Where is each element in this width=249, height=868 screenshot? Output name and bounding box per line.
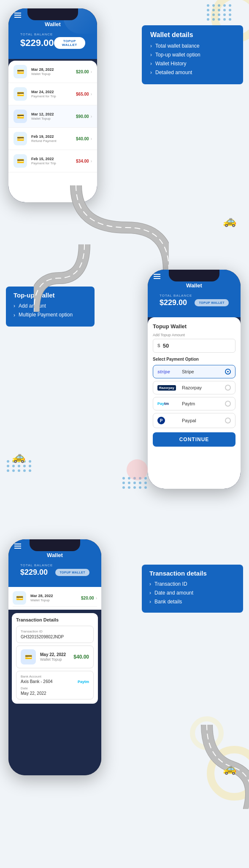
feature-box-title: Wallet details <box>150 31 235 39</box>
feature-item: › Top-up wallet option <box>150 52 235 58</box>
tx-amount: $40.00 <box>76 137 89 141</box>
date-field-label: Date <box>21 686 89 690</box>
chevron-right-icon: › <box>91 159 92 163</box>
chevron-right-icon: › <box>91 137 92 141</box>
feature-item: › Total wallet balance <box>150 43 235 49</box>
car-icon-2: 🚕 <box>12 450 25 463</box>
topup-add-label: Add Topup Amount <box>153 333 235 337</box>
feature-label-txid: Transaction ID <box>154 581 187 587</box>
wallet-title: Wallet <box>45 21 61 27</box>
feature-chevron-icon: › <box>149 599 151 605</box>
payment-option-paypal[interactable]: P Paypal <box>153 413 235 428</box>
tx-desc: Wallet Topup <box>31 117 76 121</box>
tx-date-3: Mar 28, 2022 <box>30 594 81 598</box>
topup-input-field[interactable]: S 50 <box>153 339 235 353</box>
balance-amount-3: $229.00 <box>20 568 48 577</box>
wallet-icon: 💳 <box>14 132 27 145</box>
tx-amount-3: $20.00 <box>81 596 94 600</box>
feature-label-bank: Bank details <box>154 599 182 605</box>
hamburger-icon-2[interactable] <box>154 274 160 279</box>
feature-label: Top-up wallet option <box>155 52 200 58</box>
wallet-icon-3: 💳 <box>13 591 26 605</box>
paypal-logo: P <box>157 417 179 424</box>
paytm-logo: Paytm <box>157 402 179 406</box>
feature-chevron-icon: › <box>149 590 151 596</box>
stripe-logo: stripe <box>157 369 179 374</box>
payment-option-paytm[interactable]: Paytm Paytm <box>153 397 235 410</box>
hamburger-icon-3[interactable] <box>14 544 21 549</box>
balance-label-3: TOTAL BALANCE <box>20 563 89 567</box>
topup-wallet-button-2[interactable]: TOPUP WALLET <box>195 299 229 306</box>
topup-amount-value: 50 <box>163 343 169 349</box>
tx-amount: $34.00 <box>76 159 89 163</box>
wallet-details-feature-box: Wallet details › Total wallet balance › … <box>142 25 243 84</box>
bank-details-section: Bank Account Axis Bank - 2604 Paytm Date… <box>16 671 94 699</box>
road-decoration-3 <box>165 725 249 809</box>
tx-desc: Refund Payment <box>31 139 76 143</box>
feature-item-bank: › Bank details <box>149 599 235 605</box>
paypal-label: Paypal <box>182 418 225 423</box>
wallet-item-top[interactable]: 💳 Mar 28, 2022 Wallet Topup $20.00 › <box>13 589 97 607</box>
transaction-details-card: Transaction Details Transaction ID GH320… <box>12 613 98 704</box>
transaction-feature-box: Transaction details › Transaction ID › D… <box>142 565 243 613</box>
tx-desc-3: Wallet Topup <box>30 598 81 602</box>
wallet-item[interactable]: 💳 Mar 12, 2022 Wallet Topup $90.00 › <box>8 105 97 128</box>
payment-select-label: Select Payment Option <box>153 357 235 362</box>
transaction-id-value: GH32015209802JNDP <box>21 635 89 639</box>
radio-paypal[interactable] <box>225 418 231 423</box>
feature-chevron-icon: › <box>150 70 152 75</box>
feature-chevron-icon: › <box>149 581 151 587</box>
transaction-details-title: Transaction Details <box>16 617 94 622</box>
feature-label: Multiple Payment option <box>19 312 73 319</box>
radio-stripe[interactable] <box>225 369 231 375</box>
car-icon: 🚕 <box>223 214 236 228</box>
phone-notch <box>27 8 78 20</box>
feature-item: › Wallet History <box>150 61 235 67</box>
feature-label: Wallet History <box>155 61 187 67</box>
wallet-list: 💳 Mar 28, 2022 Wallet Topup $20.00 › 💳 <box>8 61 97 202</box>
wallet-item[interactable]: 💳 Feb 15, 2022 Payment for Trip $34.00 › <box>8 150 97 172</box>
phone-notch-2 <box>169 270 219 281</box>
payment-option-razorpay[interactable]: Razorpay Razorpay <box>153 381 235 394</box>
tx-date: Mar 28, 2022 <box>31 67 76 72</box>
stripe-label: Stripe <box>182 369 225 374</box>
topup-wallet-button[interactable]: TOPUP WALLET <box>54 37 85 49</box>
wallet-title-3: Wallet <box>47 552 63 558</box>
tx-date: Feb 19, 2022 <box>31 134 76 139</box>
wallet-item[interactable]: 💳 Mar 24, 2022 Payment for Trip $65.00 › <box>8 83 97 105</box>
tx-date: Mar 24, 2022 <box>31 90 76 94</box>
currency-prefix: S <box>157 343 160 348</box>
feature-chevron-icon: › <box>150 61 152 67</box>
topup-wallet-button-3[interactable]: TOPUP WALLET <box>55 569 89 576</box>
wallet-item[interactable]: 💳 Mar 28, 2022 Wallet Topup $20.00 › <box>8 61 97 83</box>
road-decoration <box>34 244 118 312</box>
transaction-id-section: Transaction ID GH32015209802JNDP <box>16 626 94 643</box>
feature-item-txid: › Transaction ID <box>149 581 235 587</box>
chevron-right-icon: › <box>91 92 92 96</box>
feature-item-dateamt: › Date and amount <box>149 590 235 596</box>
wallet-title-2: Wallet <box>186 282 202 289</box>
wallet-item[interactable]: 💳 Feb 19, 2022 Refund Payment $40.00 › <box>8 128 97 150</box>
transaction-id-label: Transaction ID <box>21 630 89 633</box>
transaction-amount-section: 💳 May 22, 2022 Wallet Topup $40.00 <box>16 646 94 668</box>
tx-amount-desc: Wallet Topup <box>40 657 73 662</box>
wallet-icon-tx: 💳 <box>21 649 36 664</box>
tx-desc: Wallet Topup <box>31 72 76 76</box>
feature-chevron-icon: › <box>14 303 15 309</box>
payment-option-stripe[interactable]: stripe Stripe <box>153 365 235 378</box>
feature-item: › Multiple Payment option <box>14 312 87 319</box>
feature-chevron-icon: › <box>150 43 152 49</box>
phone-mockup-1: Wallet TOTAL BALANCE $229.00 TOPUP WALLE… <box>8 8 97 202</box>
wallet-icon: 💳 <box>14 110 27 123</box>
continue-button[interactable]: CONTINUE <box>153 432 235 447</box>
transaction-feature-title: Transaction details <box>149 570 235 577</box>
radio-razorpay[interactable] <box>225 385 231 391</box>
chevron-right-icon-3: › <box>96 596 97 600</box>
radio-paytm[interactable] <box>225 401 231 407</box>
wallet-icon: 💳 <box>14 87 27 101</box>
phone-mockup-3: Wallet TOTAL BALANCE $229.00 TOPUP WALLE… <box>8 539 101 775</box>
hamburger-icon[interactable] <box>14 13 21 18</box>
bank-account-value: Axis Bank - 2604 <box>21 679 53 684</box>
chevron-right-icon: › <box>91 114 92 119</box>
feature-label: Detailed amount <box>155 70 192 75</box>
